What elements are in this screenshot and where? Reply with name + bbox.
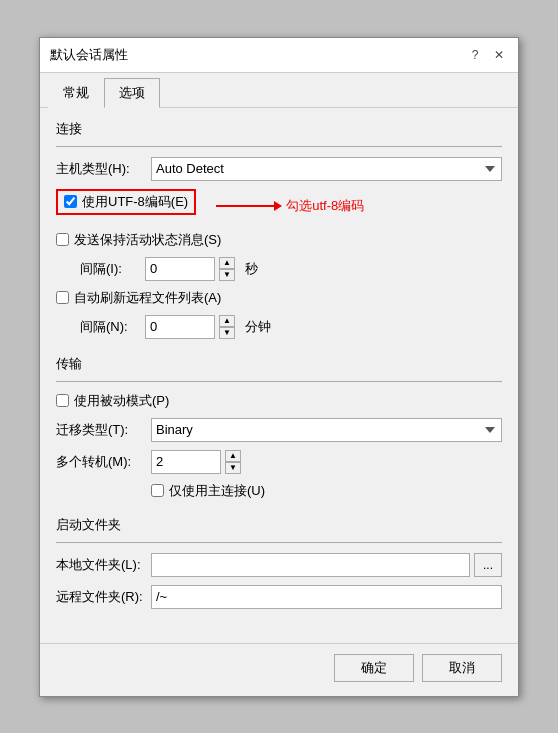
interval-i-row: 间隔(I): ▲ ▼ 秒 — [80, 257, 502, 281]
tab-bar: 常规 选项 — [40, 73, 518, 108]
startup-section: 启动文件夹 本地文件夹(L): ... 远程文件夹(R): — [56, 516, 502, 609]
close-button[interactable]: ✕ — [490, 46, 508, 64]
interval-i-control: ▲ ▼ 秒 — [145, 257, 258, 281]
local-folder-label: 本地文件夹(L): — [56, 556, 151, 574]
connection-section: 连接 主机类型(H): Auto Detect Unix Windows VxW… — [56, 120, 502, 339]
ok-button[interactable]: 确定 — [334, 654, 414, 682]
local-browse-button[interactable]: ... — [474, 553, 502, 577]
multi-spinner: ▲ ▼ — [225, 450, 241, 474]
interval-n-unit: 分钟 — [245, 318, 271, 336]
remote-folder-input[interactable] — [151, 585, 502, 609]
host-type-row: 主机类型(H): Auto Detect Unix Windows VxWork… — [56, 157, 502, 181]
host-type-label: 主机类型(H): — [56, 160, 151, 178]
interval-i-up[interactable]: ▲ — [219, 257, 235, 269]
auto-refresh-row: 自动刷新远程文件列表(A) — [56, 289, 502, 307]
local-folder-row: 本地文件夹(L): ... — [56, 553, 502, 577]
transfer-type-label: 迁移类型(T): — [56, 421, 151, 439]
interval-n-spinner: ▲ ▼ — [219, 315, 235, 339]
annotation-text: 勾选utf-8编码 — [286, 197, 364, 215]
transfer-title: 传输 — [56, 355, 502, 373]
multi-label: 多个转机(M): — [56, 453, 151, 471]
passive-label[interactable]: 使用被动模式(P) — [74, 392, 169, 410]
help-button[interactable]: ? — [466, 46, 484, 64]
remote-folder-row: 远程文件夹(R): — [56, 585, 502, 609]
interval-i-input[interactable] — [145, 257, 215, 281]
main-conn-checkbox[interactable] — [151, 484, 164, 497]
keepalive-row: 发送保持活动状态消息(S) — [56, 231, 502, 249]
passive-row: 使用被动模式(P) — [56, 392, 502, 410]
interval-n-label: 间隔(N): — [80, 318, 145, 336]
multi-row: 多个转机(M): ▲ ▼ — [56, 450, 502, 474]
remote-folder-control — [151, 585, 502, 609]
cancel-button[interactable]: 取消 — [422, 654, 502, 682]
multi-control: ▲ ▼ — [151, 450, 241, 474]
tab-options[interactable]: 选项 — [104, 78, 160, 108]
arrow-line — [216, 205, 276, 207]
interval-i-spinner: ▲ ▼ — [219, 257, 235, 281]
interval-i-down[interactable]: ▼ — [219, 269, 235, 281]
title-bar-buttons: ? ✕ — [466, 46, 508, 64]
multi-input[interactable] — [151, 450, 221, 474]
local-folder-control: ... — [151, 553, 502, 577]
title-bar: 默认会话属性 ? ✕ — [40, 38, 518, 73]
keepalive-label[interactable]: 发送保持活动状态消息(S) — [74, 231, 221, 249]
dialog-title: 默认会话属性 — [50, 46, 128, 64]
interval-n-control: ▲ ▼ 分钟 — [145, 315, 271, 339]
multi-up[interactable]: ▲ — [225, 450, 241, 462]
main-conn-row: 仅使用主连接(U) — [151, 482, 502, 500]
transfer-divider — [56, 381, 502, 382]
passive-checkbox[interactable] — [56, 394, 69, 407]
annotation-arrow: 勾选utf-8编码 — [216, 197, 364, 215]
auto-refresh-label[interactable]: 自动刷新远程文件列表(A) — [74, 289, 221, 307]
transfer-section: 传输 使用被动模式(P) 迁移类型(T): Binary ASCII Auto — [56, 355, 502, 500]
dialog: 默认会话属性 ? ✕ 常规 选项 连接 主机类型(H): Auto Detect… — [39, 37, 519, 697]
interval-i-unit: 秒 — [245, 260, 258, 278]
connection-divider — [56, 146, 502, 147]
host-type-dropdown[interactable]: Auto Detect Unix Windows VxWorks — [151, 157, 502, 181]
transfer-type-control: Binary ASCII Auto — [151, 418, 502, 442]
startup-divider — [56, 542, 502, 543]
interval-n-row: 间隔(N): ▲ ▼ 分钟 — [80, 315, 502, 339]
startup-title: 启动文件夹 — [56, 516, 502, 534]
tab-general[interactable]: 常规 — [48, 78, 104, 108]
content-area: 连接 主机类型(H): Auto Detect Unix Windows VxW… — [40, 108, 518, 639]
main-conn-label[interactable]: 仅使用主连接(U) — [169, 482, 265, 500]
utf8-checkbox-row: 使用UTF-8编码(E) — [56, 189, 196, 215]
utf8-label[interactable]: 使用UTF-8编码(E) — [82, 193, 188, 211]
connection-title: 连接 — [56, 120, 502, 138]
transfer-type-row: 迁移类型(T): Binary ASCII Auto — [56, 418, 502, 442]
utf8-annotation-row: 使用UTF-8编码(E) 勾选utf-8编码 — [56, 189, 502, 223]
footer: 确定 取消 — [40, 643, 518, 696]
auto-refresh-checkbox[interactable] — [56, 291, 69, 304]
local-folder-input[interactable] — [151, 553, 470, 577]
transfer-type-dropdown[interactable]: Binary ASCII Auto — [151, 418, 502, 442]
interval-n-down[interactable]: ▼ — [219, 327, 235, 339]
interval-n-up[interactable]: ▲ — [219, 315, 235, 327]
interval-i-label: 间隔(I): — [80, 260, 145, 278]
keepalive-checkbox[interactable] — [56, 233, 69, 246]
multi-down[interactable]: ▼ — [225, 462, 241, 474]
utf8-checkbox[interactable] — [64, 195, 77, 208]
interval-n-input[interactable] — [145, 315, 215, 339]
remote-folder-label: 远程文件夹(R): — [56, 588, 151, 606]
host-type-control: Auto Detect Unix Windows VxWorks — [151, 157, 502, 181]
